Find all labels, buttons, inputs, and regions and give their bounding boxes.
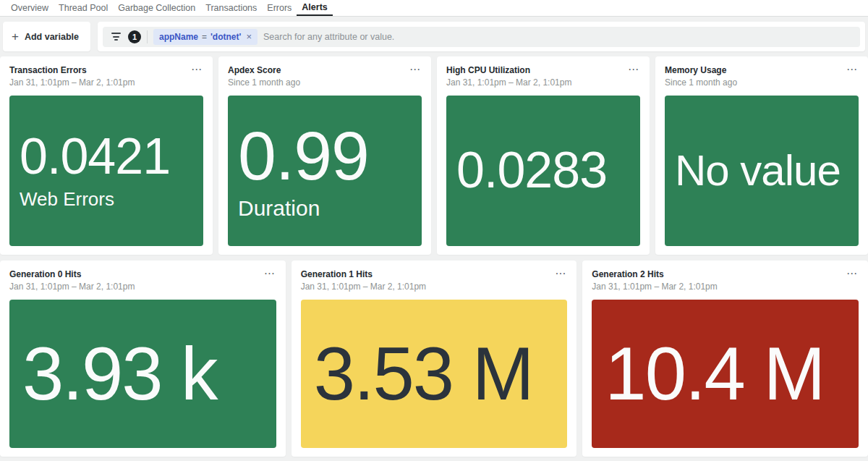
card-title: Transaction Errors [9,65,203,75]
card-apdex-score: Apdex Score Since 1 month ago ⋯ 0.99 Dur… [218,56,431,255]
tab-thread-pool[interactable]: Thread Pool [54,0,113,16]
billboard-value: 0.0283 [456,145,640,196]
search-field[interactable]: 1 appName = 'dotnet' × [103,27,860,47]
billboard-row-2: Generation 0 Hits Jan 31, 1:01pm – Mar 2… [0,261,868,457]
card-title: Generation 0 Hits [9,269,276,279]
card-generation-1-hits: Generation 1 Hits Jan 31, 1:01pm – Mar 2… [292,261,577,457]
billboard-chart[interactable]: 3.93 k [9,300,276,448]
card-menu-icon[interactable]: ⋯ [263,263,277,283]
field-divider [147,30,148,43]
billboard-label: Duration [238,196,422,221]
card-title: Generation 1 Hits [301,269,568,279]
filter-chip-appname[interactable]: appName = 'dotnet' × [153,29,258,45]
add-variable-button[interactable]: + Add variable [3,22,90,51]
billboard-value: 0.99 [238,121,422,191]
filter-toolbar: + Add variable 1 appName = 'dotnet' × [0,17,868,56]
billboard-chart[interactable]: No value [665,96,859,246]
tab-errors[interactable]: Errors [262,0,297,16]
billboard-chart[interactable]: 0.0421 Web Errors [9,96,203,246]
billboard-chart[interactable]: 10.4 M [592,300,859,448]
chip-value: 'dotnet' [210,32,241,42]
card-transaction-errors: Transaction Errors Jan 31, 1:01pm – Mar … [0,56,213,255]
tab-garbage-collection[interactable]: Garbage Collection [113,0,200,16]
tab-transactions[interactable]: Transactions [200,0,262,16]
card-title: Apdex Score [228,65,422,75]
filter-lines-icon[interactable] [110,30,122,43]
card-high-cpu-utilization: High CPU Utilization Jan 31, 1:01pm – Ma… [437,56,650,255]
chip-field: appName [159,32,198,42]
card-generation-0-hits: Generation 0 Hits Jan 31, 1:01pm – Mar 2… [0,261,286,457]
card-date-range: Since 1 month ago [228,77,422,88]
chip-operator: = [202,32,207,42]
card-date-range: Jan 31, 1:01pm – Mar 2, 1:01pm [592,282,859,292]
card-menu-icon[interactable]: ⋯ [626,59,641,79]
billboard-value: No value [675,148,859,193]
card-menu-icon[interactable]: ⋯ [553,263,568,283]
billboard-value: 3.93 k [22,336,276,412]
card-menu-icon[interactable]: ⋯ [845,59,859,79]
card-title: High CPU Utilization [446,65,640,75]
card-menu-icon[interactable]: ⋯ [845,263,859,283]
billboard-row-1: Transaction Errors Jan 31, 1:01pm – Mar … [0,56,868,255]
plus-icon: + [12,30,19,43]
card-menu-icon[interactable]: ⋯ [408,59,422,79]
tab-overview[interactable]: Overview [6,0,54,16]
tab-alerts[interactable]: Alerts [297,0,332,16]
filter-count-badge: 1 [128,30,141,43]
card-date-range: Since 1 month ago [665,77,859,88]
card-title: Memory Usage [665,65,859,75]
add-variable-label: Add variable [25,32,79,42]
dashboard-tabbar: Overview Thread Pool Garbage Collection … [0,0,868,17]
billboard-chart[interactable]: 3.53 M [301,300,568,448]
card-date-range: Jan 31, 1:01pm – Mar 2, 1:01pm [446,77,640,88]
card-memory-usage: Memory Usage Since 1 month ago ⋯ No valu… [655,56,868,255]
card-title: Generation 2 Hits [592,269,859,279]
billboard-chart[interactable]: 0.99 Duration [228,96,422,246]
card-generation-2-hits: Generation 2 Hits Jan 31, 1:01pm – Mar 2… [582,261,868,457]
billboard-label: Web Errors [20,188,203,211]
card-date-range: Jan 31, 1:01pm – Mar 2, 1:01pm [9,77,203,88]
card-date-range: Jan 31, 1:01pm – Mar 2, 1:01pm [9,282,276,292]
chip-close-icon[interactable]: × [246,31,252,42]
billboard-value: 3.53 M [314,336,568,412]
card-date-range: Jan 31, 1:01pm – Mar 2, 1:01pm [301,282,568,292]
filter-bar: 1 appName = 'dotnet' × [98,22,865,51]
billboard-chart[interactable]: 0.0283 [446,96,640,246]
card-menu-icon[interactable]: ⋯ [190,59,204,79]
attribute-search-input[interactable] [263,32,853,42]
billboard-value: 10.4 M [605,336,859,412]
billboard-value: 0.0421 [20,131,203,182]
